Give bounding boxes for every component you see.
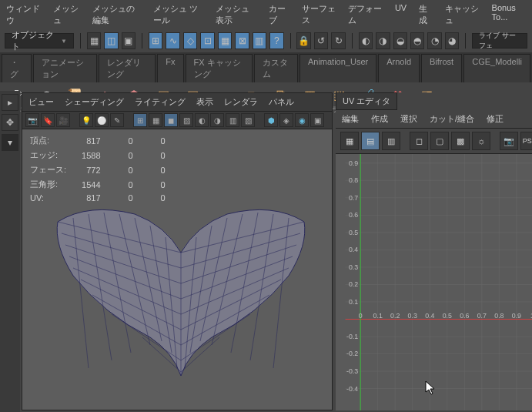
vp-menu-panel[interactable]: パネル — [269, 96, 294, 108]
vp-joint-icon[interactable]: ⚪ — [95, 113, 109, 127]
uv-dim-icon[interactable]: ☼ — [472, 132, 490, 150]
uv-snapshot-icon[interactable]: 📷 — [500, 132, 518, 150]
mode-dropdown[interactable]: オブジェクト ▼ — [5, 33, 74, 49]
history-up-icon[interactable]: ↺ — [314, 32, 328, 49]
tool-dropdown-icon[interactable]: ▾ — [2, 134, 18, 151]
vp-xray-icon[interactable]: ◈ — [279, 113, 293, 127]
uv-menu-create[interactable]: 作成 — [371, 113, 388, 125]
vp-cam2-icon[interactable]: 🎥 — [56, 113, 70, 127]
shelf-tab-bifrost[interactable]: Bifrost — [421, 54, 462, 82]
svg-text:0.7: 0.7 — [477, 312, 487, 320]
vp-shadow-icon[interactable]: ◑ — [210, 113, 224, 127]
svg-text:0.6: 0.6 — [349, 211, 358, 219]
history-down-icon[interactable]: ↻ — [331, 32, 345, 49]
menu-curve[interactable]: カーブ — [269, 3, 289, 26]
main-menu-bar: ウィンドウ メッシュ メッシュの編集 メッシュ ツール メッシュ表示 カーブ サ… — [0, 0, 532, 29]
chevron-down-icon: ▼ — [61, 38, 67, 45]
sym-world-icon[interactable]: ◓ — [410, 32, 424, 49]
snap-view-icon[interactable]: ▦ — [218, 32, 232, 49]
vp-ik-icon[interactable]: ✎ — [110, 113, 124, 127]
vp-menu-shading[interactable]: シェーディング — [65, 96, 124, 108]
svg-text:0.9: 0.9 — [349, 159, 358, 167]
lasso-tool-icon[interactable]: ◫ — [104, 32, 118, 49]
menu-window[interactable]: ウィンドウ — [6, 3, 41, 26]
shelf-tab-0[interactable]: ・グ — [2, 54, 32, 82]
sym-x-icon[interactable]: ◐ — [359, 32, 373, 49]
vp-motion-icon[interactable]: ▧ — [241, 113, 255, 127]
vp-isolate-icon[interactable]: ⬢ — [264, 113, 278, 127]
menu-deform[interactable]: デフォーム — [348, 3, 383, 26]
shelf-tab-fx[interactable]: Fx — [157, 54, 183, 82]
shelf-tab-animuser[interactable]: Animation_User — [299, 54, 376, 82]
uv-grid2-icon[interactable]: ▤ — [361, 132, 380, 150]
menu-cache[interactable]: キャッシュ — [445, 3, 480, 26]
shelf-tab-fxcache[interactable]: FX キャッシング — [186, 54, 253, 82]
vp-texture-icon[interactable]: ▨ — [179, 113, 193, 127]
vp-light-icon[interactable]: 💡 — [79, 113, 93, 127]
vp-ao-icon[interactable]: ▥ — [226, 113, 239, 127]
uv-menu-modify[interactable]: 修正 — [487, 113, 504, 125]
uv-grid3-icon[interactable]: ▥ — [382, 132, 400, 150]
uv-viewport[interactable]: 0.9 0.8 0.7 0.6 0.5 0.4 0.3 0.2 0.1 -0.1… — [336, 154, 532, 410]
live-dropdown[interactable]: ライブ サーフェ — [472, 33, 527, 49]
snap-curve-icon[interactable]: ∿ — [166, 32, 179, 49]
shelf-tab-cge[interactable]: CGE_Modelli — [463, 54, 530, 82]
vp-light2-icon[interactable]: ◐ — [195, 113, 209, 127]
uv-shade-icon[interactable]: ◻ — [410, 132, 428, 150]
vp-shaded-icon[interactable]: ◼ — [164, 113, 178, 127]
svg-text:0.6: 0.6 — [460, 312, 469, 320]
snap-point-icon[interactable]: ◇ — [183, 32, 197, 49]
uv-menu-select[interactable]: 選択 — [400, 113, 417, 125]
vp-grid-icon[interactable]: ⊞ — [133, 113, 147, 127]
shelf-tab-custom[interactable]: カスタム — [254, 54, 298, 82]
vp-menu-renderer[interactable]: レンダラ — [224, 96, 258, 108]
live-dropdown-label: ライブ サーフェ — [479, 31, 520, 51]
shelf-tab-animation[interactable]: アニメーション — [33, 54, 97, 82]
uv-menu-cut[interactable]: カット/縫合 — [430, 113, 474, 125]
svg-text:-0.3: -0.3 — [346, 367, 358, 375]
snap-plane-icon[interactable]: ⊡ — [200, 32, 214, 49]
sym-z-icon[interactable]: ◒ — [393, 32, 407, 49]
vp-menu-lighting[interactable]: ライティング — [135, 96, 186, 108]
shelf-tab-rendering[interactable]: レンダリング — [99, 54, 156, 82]
tool-move-icon[interactable]: ✥ — [2, 114, 18, 131]
vp-menu-view[interactable]: ビュー — [28, 96, 54, 108]
lock-icon[interactable]: 🔒 — [296, 32, 310, 49]
snap-live-icon[interactable]: ⊠ — [235, 32, 249, 49]
sym-topo-icon[interactable]: ◕ — [445, 32, 459, 49]
vp-bookmark-icon[interactable]: 🔖 — [41, 113, 55, 127]
menu-surface[interactable]: サーフェス — [302, 3, 336, 26]
vp-camera-icon[interactable]: 📷 — [25, 113, 39, 127]
menu-uv[interactable]: UV — [395, 3, 407, 26]
uv-menu-edit[interactable]: 編集 — [342, 113, 359, 125]
vp-xray2-icon[interactable]: ◉ — [295, 113, 309, 127]
menu-mesh[interactable]: メッシュ — [53, 3, 81, 26]
menu-bonus[interactable]: Bonus To... — [492, 3, 526, 26]
svg-text:0.2: 0.2 — [349, 280, 358, 288]
snap-grid-icon[interactable]: ⊞ — [149, 32, 162, 49]
menu-mesh-tools[interactable]: メッシュ ツール — [153, 3, 203, 26]
viewport-3d[interactable]: 頂点:81700 エッジ:158800 フェース:77200 三角形:15440… — [22, 129, 332, 410]
help-icon[interactable]: ? — [269, 32, 283, 49]
select-tool-icon[interactable]: ▦ — [87, 32, 101, 49]
menu-mesh-edit[interactable]: メッシュの編集 — [92, 3, 140, 26]
snap-toggle-icon[interactable]: ▥ — [253, 32, 266, 49]
menu-mesh-display[interactable]: メッシュ表示 — [216, 3, 256, 26]
vp-menu-display[interactable]: 表示 — [196, 96, 213, 108]
svg-text:0.4: 0.4 — [425, 312, 434, 320]
uv-psd-icon[interactable]: PSD — [520, 132, 532, 150]
vp-xray3-icon[interactable]: ▣ — [310, 113, 324, 127]
uv-wire-icon[interactable]: ▢ — [430, 132, 449, 150]
uv-checker-icon[interactable]: ▩ — [451, 132, 470, 150]
tool-select-icon[interactable]: ▸ — [2, 94, 18, 111]
shelf-tab-arnold[interactable]: Arnold — [378, 54, 420, 82]
viewport-menu: ビュー シェーディング ライティング 表示 レンダラ パネル — [22, 93, 332, 111]
svg-text:0.1: 0.1 — [373, 312, 383, 320]
sym-y-icon[interactable]: ◑ — [376, 32, 390, 49]
uv-grid1-icon[interactable]: ▦ — [340, 132, 359, 150]
vp-wireframe-icon[interactable]: ▦ — [149, 113, 162, 127]
paint-tool-icon[interactable]: ▣ — [122, 32, 136, 49]
sym-obj-icon[interactable]: ◔ — [427, 32, 441, 49]
menu-generate[interactable]: 生成 — [419, 3, 433, 26]
svg-text:0.4: 0.4 — [349, 246, 358, 253]
